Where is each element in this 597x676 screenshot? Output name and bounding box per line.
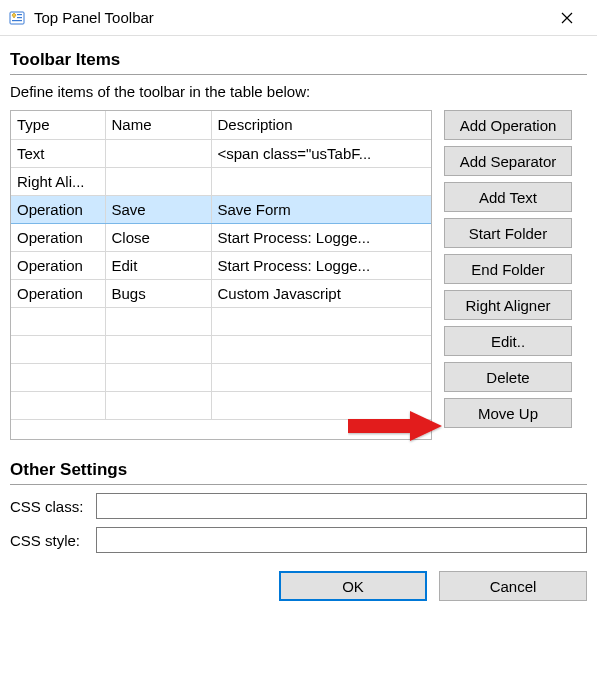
close-icon: [561, 12, 573, 24]
delete-button[interactable]: Delete: [444, 362, 572, 392]
add-separator-button[interactable]: Add Separator: [444, 146, 572, 176]
table-row[interactable]: .: [11, 391, 431, 419]
table-row[interactable]: .: [11, 307, 431, 335]
col-description[interactable]: Description: [211, 111, 431, 139]
svg-rect-2: [17, 17, 22, 18]
window-title: Top Panel Toolbar: [34, 9, 545, 26]
close-button[interactable]: [545, 3, 589, 33]
table-row[interactable]: OperationBugsCustom Javascript: [11, 279, 431, 307]
table-row[interactable]: .: [11, 335, 431, 363]
svg-rect-3: [12, 20, 22, 21]
move-up-button[interactable]: Move Up: [444, 398, 572, 428]
action-buttons: Add Operation Add Separator Add Text Sta…: [444, 110, 572, 440]
toolbar-items-table[interactable]: Type Name Description Text<span class="u…: [10, 110, 432, 440]
edit-button[interactable]: Edit..: [444, 326, 572, 356]
css-style-input[interactable]: [96, 527, 587, 553]
css-class-label: CSS class:: [10, 498, 88, 515]
titlebar: Top Panel Toolbar: [0, 0, 597, 36]
right-aligner-button[interactable]: Right Aligner: [444, 290, 572, 320]
cancel-button[interactable]: Cancel: [439, 571, 587, 601]
col-type[interactable]: Type: [11, 111, 105, 139]
ok-button[interactable]: OK: [279, 571, 427, 601]
svg-rect-1: [17, 14, 22, 15]
table-row[interactable]: Text<span class="usTabF...: [11, 139, 431, 167]
css-style-label: CSS style:: [10, 532, 88, 549]
other-settings-heading: Other Settings: [10, 454, 587, 485]
toolbar-icon: [8, 9, 26, 27]
css-class-input[interactable]: [96, 493, 587, 519]
toolbar-items-heading: Toolbar Items: [10, 44, 587, 75]
start-folder-button[interactable]: Start Folder: [444, 218, 572, 248]
end-folder-button[interactable]: End Folder: [444, 254, 572, 284]
table-row[interactable]: OperationEditStart Process: Logge...: [11, 251, 431, 279]
add-operation-button[interactable]: Add Operation: [444, 110, 572, 140]
add-text-button[interactable]: Add Text: [444, 182, 572, 212]
table-row[interactable]: OperationSaveSave Form: [11, 195, 431, 223]
toolbar-items-subtext: Define items of the toolbar in the table…: [10, 83, 587, 100]
table-row[interactable]: OperationCloseStart Process: Logge...: [11, 223, 431, 251]
table-row[interactable]: .: [11, 363, 431, 391]
table-row[interactable]: Right Ali...: [11, 167, 431, 195]
col-name[interactable]: Name: [105, 111, 211, 139]
